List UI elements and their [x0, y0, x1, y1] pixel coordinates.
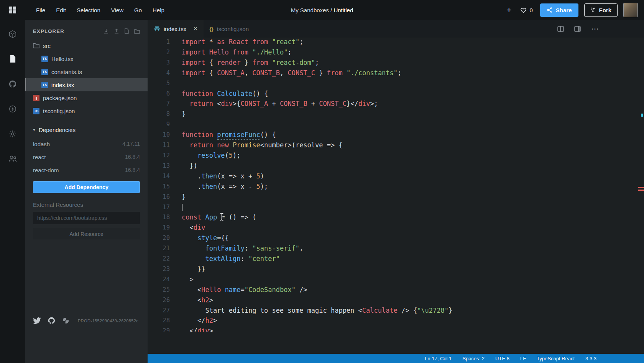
share-button[interactable]: Share: [540, 3, 579, 17]
twitter-icon[interactable]: [33, 317, 41, 324]
dependencies-title: Dependencies: [39, 127, 76, 133]
deploy-icon[interactable]: [0, 96, 25, 121]
line-number: 15: [148, 182, 170, 192]
menu-item-help[interactable]: Help: [147, 4, 170, 16]
chevron-down-icon: ▾: [33, 127, 35, 132]
status-ln-17-col-1[interactable]: Ln 17, Col 1: [425, 356, 452, 361]
dependencies-header[interactable]: ▾ Dependencies: [25, 122, 148, 137]
menu-item-selection[interactable]: Selection: [71, 4, 106, 16]
editor-tabbar: index.tsx×{}tsconfig.json ⋯: [148, 20, 644, 38]
line-content: .then(x => x - 5);: [170, 182, 268, 192]
editor-actions: ⋯: [557, 20, 644, 38]
code-editor[interactable]: 1import * as React from "react";2import …: [148, 38, 644, 354]
line-content: <Hello name="CodeSandbox" />: [170, 285, 307, 295]
scroll-marker-warning: [638, 190, 644, 191]
close-icon[interactable]: ×: [194, 25, 197, 32]
add-dependency-button[interactable]: Add Dependency: [33, 181, 140, 193]
tab-index-tsx[interactable]: index.tsx×: [148, 20, 204, 38]
activity-bar: [0, 20, 25, 363]
sandbox-icon[interactable]: [0, 21, 25, 46]
settings-icon[interactable]: [0, 121, 25, 146]
line-number: 25: [148, 285, 170, 295]
line-content: textAlign: "center": [170, 254, 280, 264]
ts-file-icon: TS: [41, 56, 48, 62]
sandbox-title[interactable]: Untitled: [334, 7, 353, 13]
open-preview-icon[interactable]: [574, 26, 581, 32]
external-resource-input[interactable]: [33, 212, 140, 224]
file-src[interactable]: src: [25, 39, 148, 52]
menu-item-file[interactable]: File: [31, 4, 51, 16]
code-line: 20 style={{: [148, 233, 644, 243]
dependency-react[interactable]: react16.8.4: [25, 150, 148, 163]
file-label: Hello.tsx: [51, 56, 74, 62]
code-line: 24 >: [148, 274, 644, 285]
new-sandbox-button[interactable]: +: [505, 6, 513, 15]
line-number: 22: [148, 254, 170, 264]
line-content: </h2>: [170, 315, 217, 326]
line-number: 3: [148, 58, 170, 68]
file-label: constants.ts: [51, 69, 82, 75]
menu-item-go[interactable]: Go: [129, 4, 147, 16]
tab-bar: index.tsx×{}tsconfig.json: [148, 20, 255, 38]
ts-file-icon: TS: [41, 69, 48, 75]
menu-item-edit[interactable]: Edit: [51, 4, 71, 16]
dependency-react-dom[interactable]: react-dom16.8.4: [25, 163, 148, 177]
new-folder-icon[interactable]: [134, 29, 140, 34]
line-content: import { CONST_A, CONST_B, CONST_C } fro…: [170, 68, 401, 78]
live-icon[interactable]: [0, 146, 25, 171]
line-content: Start editing to see some magic happen <…: [170, 305, 452, 316]
line-number: 23: [148, 264, 170, 274]
line-content: style={{: [170, 233, 229, 243]
upload-icon[interactable]: [114, 28, 119, 34]
dependency-version: 4.17.11: [122, 141, 140, 147]
avatar[interactable]: [623, 3, 638, 17]
status-lf[interactable]: LF: [520, 356, 526, 361]
spectrum-icon[interactable]: [62, 317, 69, 324]
dependency-lodash[interactable]: lodash4.17.11: [25, 137, 148, 150]
menu-item-view[interactable]: View: [106, 4, 129, 16]
line-content: resolve(5);: [170, 150, 241, 161]
line-number: 11: [148, 140, 170, 150]
split-view-icon[interactable]: [557, 26, 564, 32]
fork-button[interactable]: Fork: [584, 3, 618, 17]
code-line: 10function promiseFunc() {: [148, 130, 644, 140]
line-number: 13: [148, 161, 170, 171]
breadcrumb[interactable]: My Sandboxes / Untitled: [291, 7, 353, 13]
code-line: 22 textAlign: "center": [148, 254, 644, 264]
line-content: const App = () => (: [170, 212, 256, 223]
file-hello-tsx[interactable]: TSHello.tsx: [25, 52, 148, 65]
line-number: 6: [148, 89, 170, 99]
add-resource-button[interactable]: Add Resource: [33, 228, 140, 239]
code-line: 11 return new Promise<number>(resolve =>…: [148, 140, 644, 150]
external-resources-title: External Resources: [33, 201, 140, 208]
apps-menu-button[interactable]: [0, 6, 25, 14]
line-number: 19: [148, 223, 170, 233]
file-tsconfig-json[interactable]: TStsconfig.json: [25, 104, 148, 117]
code-line: 27 Start editing to see some magic happe…: [148, 305, 644, 316]
github-icon[interactable]: [48, 317, 56, 325]
file-index-tsx[interactable]: TSindex.tsx: [25, 78, 148, 91]
code-line: 28 </h2>: [148, 315, 644, 326]
status-spaces-2[interactable]: Spaces: 2: [462, 356, 485, 361]
line-number: 1: [148, 38, 170, 47]
react-icon: [154, 26, 160, 32]
download-icon[interactable]: [104, 28, 109, 34]
header: FileEditSelectionViewGoHelp My Sandboxes…: [0, 0, 644, 20]
more-actions-icon[interactable]: ⋯: [591, 25, 599, 33]
file-constants-ts[interactable]: TSconstants.ts: [25, 65, 148, 78]
line-content: return new Promise<number>(resolve => {: [170, 140, 343, 150]
status-3-3-3[interactable]: 3.3.3: [585, 356, 596, 361]
status-utf-8[interactable]: UTF-8: [495, 356, 509, 361]
file-label: package.json: [43, 95, 77, 101]
like-button[interactable]: 0: [519, 7, 534, 13]
code-line: 12 resolve(5);: [148, 150, 644, 161]
tab-tsconfig-json[interactable]: {}tsconfig.json: [204, 20, 255, 38]
breadcrumb-path[interactable]: My Sandboxes /: [291, 7, 332, 13]
status-typescript-react[interactable]: TypeScript React: [537, 356, 575, 361]
file-package-json[interactable]: package.json: [25, 91, 148, 104]
github-icon[interactable]: [0, 71, 25, 96]
ts-file-icon: TS: [41, 82, 48, 88]
new-file-icon[interactable]: [124, 28, 129, 34]
line-number: 7: [148, 99, 170, 109]
files-icon[interactable]: [0, 46, 25, 71]
